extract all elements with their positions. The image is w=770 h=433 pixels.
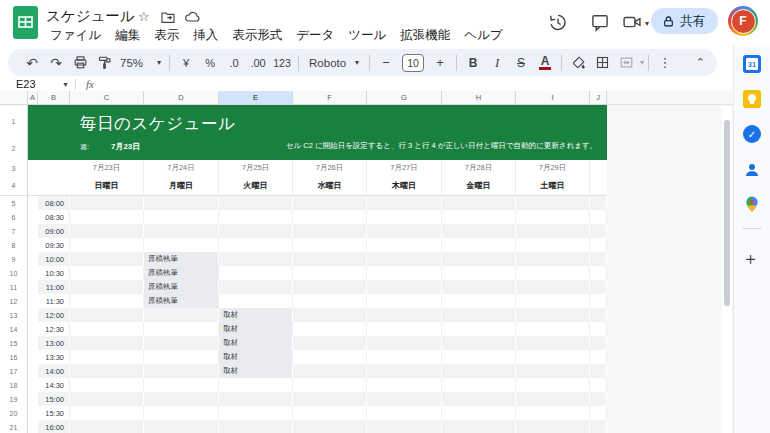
schedule-cell[interactable] xyxy=(70,196,144,210)
schedule-cell[interactable] xyxy=(70,252,144,266)
cell[interactable] xyxy=(28,266,38,280)
schedule-cell[interactable] xyxy=(293,406,367,420)
menu-item[interactable]: ツール xyxy=(341,26,393,45)
schedule-cell[interactable] xyxy=(293,238,367,252)
cell[interactable] xyxy=(28,280,38,294)
weekday-cell[interactable]: 水曜日 xyxy=(293,176,367,196)
schedule-cell[interactable] xyxy=(590,322,607,336)
cell[interactable] xyxy=(28,210,38,224)
schedule-cell[interactable] xyxy=(144,378,219,392)
schedule-cell[interactable] xyxy=(293,378,367,392)
schedule-cell[interactable] xyxy=(442,392,516,406)
cell[interactable] xyxy=(28,350,38,364)
schedule-cell[interactable] xyxy=(442,420,516,433)
row-number[interactable]: 10 xyxy=(0,266,28,280)
cell[interactable] xyxy=(28,364,38,378)
menu-item[interactable]: ファイル xyxy=(43,26,108,45)
schedule-cell[interactable] xyxy=(293,392,367,406)
schedule-cell[interactable] xyxy=(293,336,367,350)
merge-caret-icon[interactable]: ▾ xyxy=(640,58,644,67)
date-cell[interactable]: 7月29日 xyxy=(516,160,590,176)
move-folder-icon[interactable] xyxy=(160,9,176,25)
row-number[interactable]: 17 xyxy=(0,364,28,378)
event-cell[interactable]: 取材 xyxy=(219,336,293,350)
percent-format-button[interactable]: % xyxy=(199,52,221,74)
schedule-cell[interactable] xyxy=(442,406,516,420)
schedule-cell[interactable] xyxy=(144,196,219,210)
row-number[interactable]: 18 xyxy=(0,378,28,392)
schedule-cell[interactable] xyxy=(516,266,590,280)
schedule-cell[interactable] xyxy=(219,210,293,224)
cell[interactable] xyxy=(28,196,38,210)
cell[interactable] xyxy=(28,308,38,322)
schedule-cell[interactable] xyxy=(293,350,367,364)
borders-button[interactable] xyxy=(591,52,613,74)
column-header-H[interactable]: H xyxy=(442,91,516,105)
schedule-cell[interactable] xyxy=(442,266,516,280)
font-size-input[interactable]: 10 xyxy=(402,54,424,72)
time-cell[interactable]: 15:30 xyxy=(38,406,70,420)
tasks-icon[interactable]: ✓ xyxy=(743,125,761,143)
cell[interactable] xyxy=(28,176,38,196)
schedule-cell[interactable] xyxy=(367,266,442,280)
schedule-cell[interactable] xyxy=(70,280,144,294)
row-number[interactable]: 16 xyxy=(0,350,28,364)
version-history-icon[interactable] xyxy=(548,12,568,32)
date-cell[interactable]: 7月27日 xyxy=(367,160,442,176)
event-cell[interactable]: 原稿執筆 xyxy=(144,280,219,294)
schedule-cell[interactable] xyxy=(219,238,293,252)
schedule-cell[interactable] xyxy=(590,294,607,308)
schedule-cell[interactable] xyxy=(590,308,607,322)
column-header-I[interactable]: I xyxy=(516,91,590,105)
schedule-cell[interactable] xyxy=(70,322,144,336)
schedule-cell[interactable] xyxy=(367,392,442,406)
schedule-cell[interactable] xyxy=(516,196,590,210)
row-number[interactable]: 15 xyxy=(0,336,28,350)
print-button[interactable] xyxy=(69,52,91,74)
cell[interactable] xyxy=(28,336,38,350)
schedule-cell[interactable] xyxy=(516,252,590,266)
schedule-cell[interactable] xyxy=(219,252,293,266)
share-button[interactable]: 共有 xyxy=(651,8,718,34)
name-box[interactable]: E23 xyxy=(0,78,52,90)
italic-button[interactable]: I xyxy=(486,52,508,74)
time-cell[interactable]: 09:00 xyxy=(38,224,70,238)
event-cell[interactable]: 取材 xyxy=(219,350,293,364)
schedule-cell[interactable] xyxy=(442,252,516,266)
schedule-cell[interactable] xyxy=(516,238,590,252)
row-number[interactable]: 11 xyxy=(0,280,28,294)
vertical-scrollbar[interactable] xyxy=(722,106,732,433)
schedule-cell[interactable] xyxy=(367,308,442,322)
event-cell[interactable]: 取材 xyxy=(219,364,293,378)
row-number[interactable]: 19 xyxy=(0,392,28,406)
row-number[interactable]: 2 xyxy=(0,137,28,160)
schedule-cell[interactable] xyxy=(367,280,442,294)
time-cell[interactable]: 10:00 xyxy=(38,252,70,266)
schedule-cell[interactable] xyxy=(367,336,442,350)
schedule-cell[interactable] xyxy=(590,196,607,210)
date-cell[interactable]: 7月24日 xyxy=(144,160,219,176)
video-call-dropdown-icon[interactable]: ▾ xyxy=(645,19,649,28)
schedule-cell[interactable] xyxy=(442,294,516,308)
schedule-cell[interactable] xyxy=(219,420,293,433)
time-cell[interactable]: 10:30 xyxy=(38,266,70,280)
schedule-cell[interactable] xyxy=(144,308,219,322)
schedule-cell[interactable] xyxy=(367,406,442,420)
cell[interactable] xyxy=(28,420,38,433)
date-cell[interactable]: 7月26日 xyxy=(293,160,367,176)
schedule-cell[interactable] xyxy=(144,322,219,336)
cell[interactable] xyxy=(38,176,70,196)
cell[interactable] xyxy=(28,252,38,266)
schedule-cell[interactable] xyxy=(219,378,293,392)
schedule-cell[interactable] xyxy=(70,350,144,364)
increase-font-size-button[interactable]: + xyxy=(429,52,451,74)
schedule-cell[interactable] xyxy=(442,364,516,378)
row-number[interactable]: 13 xyxy=(0,308,28,322)
column-header-J[interactable]: J xyxy=(590,91,607,105)
event-cell[interactable]: 原稿執筆 xyxy=(144,266,219,280)
schedule-cell[interactable] xyxy=(367,420,442,433)
event-cell[interactable]: 取材 xyxy=(219,322,293,336)
menu-item[interactable]: 編集 xyxy=(108,26,147,45)
date-cell[interactable]: 7月28日 xyxy=(442,160,516,176)
menu-item[interactable]: データ xyxy=(289,26,341,45)
